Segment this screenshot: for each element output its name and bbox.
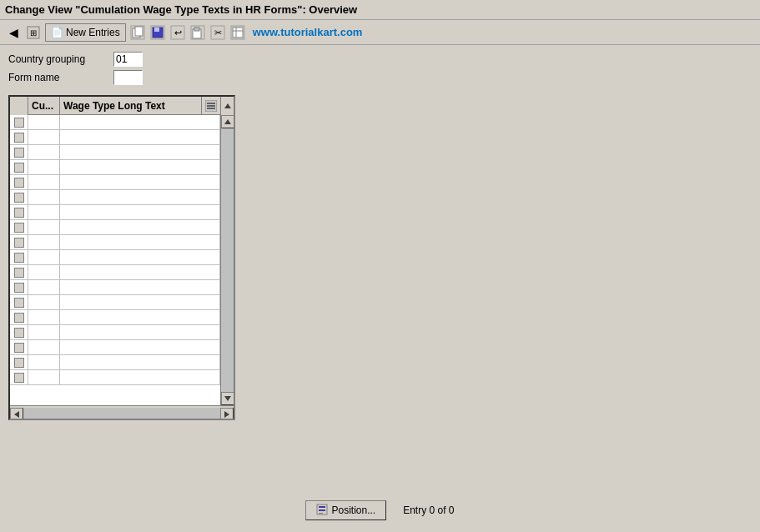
bottom-bar: Position... Entry 0 of 0: [0, 500, 760, 520]
svg-marker-23: [224, 103, 231, 108]
svg-marker-24: [224, 119, 231, 124]
header-checkbox-cell: [10, 97, 28, 115]
row-cell-wage: [60, 310, 220, 325]
row-cell-wage: [60, 190, 220, 205]
row-cell-cu: [28, 310, 60, 325]
table-row: [10, 160, 220, 175]
row-cell-cu: [28, 145, 60, 160]
copy-icon[interactable]: [129, 24, 146, 41]
table-rows-area: [10, 115, 220, 405]
settings-icon[interactable]: [229, 24, 246, 41]
svg-marker-27: [224, 411, 229, 418]
scroll-up-button[interactable]: [220, 97, 234, 115]
save-icon[interactable]: [149, 24, 166, 41]
scrollbar-track[interactable]: [221, 128, 234, 392]
title-bar: Change View "Cumulation Wage Type Texts …: [0, 0, 760, 20]
main-content: Country grouping Form name Cu... Wage Ty…: [0, 45, 760, 527]
table-row: [10, 190, 220, 205]
row-cell-wage: [60, 250, 220, 265]
table-row: [10, 370, 220, 385]
row-checkbox-cell: [10, 175, 28, 190]
forward-icon[interactable]: ⊞: [25, 24, 42, 41]
position-button-label: Position...: [331, 504, 375, 516]
svg-rect-31: [319, 513, 323, 514]
table-row: [10, 340, 220, 355]
table-settings-icon[interactable]: [202, 97, 220, 115]
row-checkbox-cell: [10, 280, 28, 295]
row-checkbox-cell: [10, 130, 28, 145]
row-checkbox-cell: [10, 115, 28, 130]
table-row: [10, 280, 220, 295]
row-cell-wage: [60, 340, 220, 355]
row-cell-wage: [60, 265, 220, 280]
undo-icon[interactable]: ↩: [169, 24, 186, 41]
entry-count: Entry 0 of 0: [403, 504, 454, 516]
scroll-up-arrow[interactable]: [221, 115, 234, 128]
table-row: [10, 205, 220, 220]
new-entries-button[interactable]: 📄 New Entries: [45, 23, 126, 42]
row-cell-cu: [28, 250, 60, 265]
row-cell-wage: [60, 160, 220, 175]
row-cell-wage: [60, 370, 220, 385]
svg-text:✂: ✂: [214, 28, 221, 38]
table-row: [10, 220, 220, 235]
row-checkbox-cell: [10, 160, 28, 175]
form-name-input[interactable]: [113, 70, 143, 85]
table-row: [10, 130, 220, 145]
scroll-left-arrow[interactable]: [10, 408, 23, 421]
svg-marker-26: [14, 411, 19, 418]
table-row: [10, 325, 220, 340]
row-checkbox-cell: [10, 235, 28, 250]
row-cell-wage: [60, 325, 220, 340]
row-checkbox-cell: [10, 220, 28, 235]
data-table: Cu... Wage Type Long Text: [8, 95, 235, 420]
column-header-cu: Cu...: [28, 97, 60, 115]
row-checkbox-cell: [10, 355, 28, 370]
row-cell-cu: [28, 115, 60, 130]
table-row: [10, 310, 220, 325]
table-row: [10, 265, 220, 280]
country-grouping-row: Country grouping: [8, 52, 752, 67]
table-body: [10, 115, 234, 405]
svg-rect-4: [135, 27, 143, 36]
table-row: [10, 115, 220, 130]
row-checkbox-cell: [10, 340, 28, 355]
row-checkbox-cell: [10, 250, 28, 265]
svg-text:↩: ↩: [174, 28, 181, 38]
scroll-down-arrow[interactable]: [221, 392, 234, 405]
table-header: Cu... Wage Type Long Text: [10, 97, 234, 115]
row-checkbox-cell: [10, 265, 28, 280]
table-row: [10, 235, 220, 250]
row-cell-cu: [28, 280, 60, 295]
row-cell-cu: [28, 130, 60, 145]
row-cell-cu: [28, 265, 60, 280]
row-cell-wage: [60, 145, 220, 160]
form-name-row: Form name: [8, 70, 752, 85]
row-cell-cu: [28, 370, 60, 385]
table-row: [10, 295, 220, 310]
new-entries-label: New Entries: [66, 27, 120, 38]
row-cell-wage: [60, 295, 220, 310]
new-entries-icon: 📄: [51, 27, 63, 38]
svg-rect-7: [154, 28, 159, 32]
row-cell-cu: [28, 325, 60, 340]
row-cell-cu: [28, 295, 60, 310]
row-checkbox-cell: [10, 325, 28, 340]
row-cell-wage: [60, 220, 220, 235]
row-cell-cu: [28, 355, 60, 370]
scroll-right-arrow[interactable]: [220, 408, 234, 421]
row-cell-cu: [28, 175, 60, 190]
row-checkbox-cell: [10, 145, 28, 160]
row-cell-cu: [28, 160, 60, 175]
h-scrollbar-track[interactable]: [23, 408, 220, 421]
back-icon[interactable]: ◀: [5, 24, 22, 41]
country-grouping-input[interactable]: [113, 52, 143, 67]
row-cell-cu: [28, 190, 60, 205]
table-row: [10, 175, 220, 190]
position-button[interactable]: Position...: [305, 500, 386, 520]
country-grouping-label: Country grouping: [8, 53, 108, 65]
svg-text:⊞: ⊞: [30, 28, 37, 38]
delete-icon[interactable]: ✂: [209, 24, 226, 41]
svg-rect-29: [319, 506, 325, 508]
paste-icon[interactable]: [189, 24, 206, 41]
